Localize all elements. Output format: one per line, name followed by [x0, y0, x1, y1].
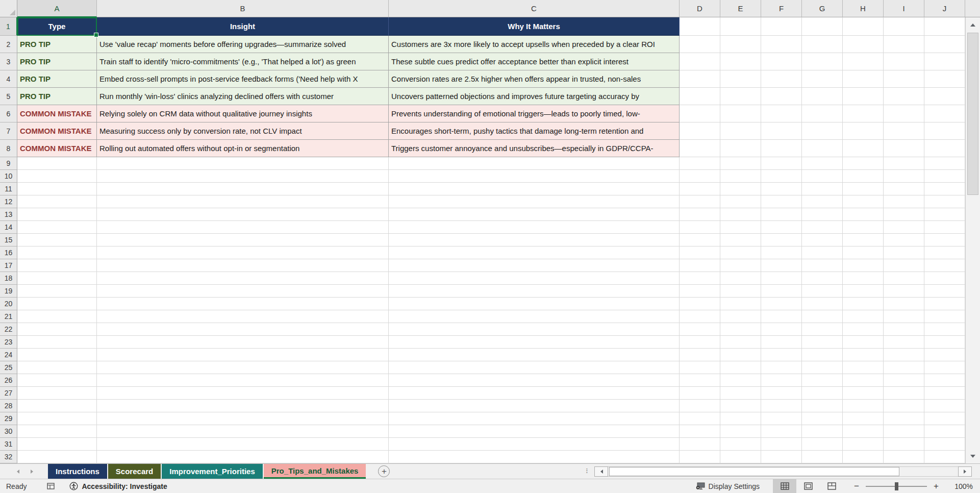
cell-C4[interactable]: Conversion rates are 2.5x higher when of… — [389, 70, 680, 88]
cell-D15[interactable] — [680, 234, 720, 246]
accessibility-status[interactable]: Accessibility: Investigate — [69, 482, 167, 490]
row-header-22[interactable]: 22 — [0, 323, 17, 336]
cell-A19[interactable] — [17, 285, 97, 298]
cell-B19[interactable] — [97, 285, 389, 298]
column-header-e[interactable]: E — [720, 0, 761, 17]
row-header-2[interactable]: 2 — [0, 36, 17, 53]
row-header-5[interactable]: 5 — [0, 88, 17, 105]
cell-H20[interactable] — [843, 298, 884, 310]
cell-H25[interactable] — [843, 361, 884, 374]
cell-F3[interactable] — [761, 53, 802, 70]
cell-C6[interactable]: Prevents understanding of emotional trig… — [389, 105, 680, 122]
cell-A8[interactable]: COMMON MISTAKE — [17, 140, 97, 157]
cell-J12[interactable] — [924, 195, 965, 208]
column-header-d[interactable]: D — [680, 0, 720, 17]
cell-H10[interactable] — [843, 170, 884, 183]
cell-E13[interactable] — [720, 208, 761, 221]
row-header-6[interactable]: 6 — [0, 105, 17, 122]
cell-B15[interactable] — [97, 234, 389, 246]
vertical-scrollbar[interactable] — [965, 17, 980, 463]
cell-E5[interactable] — [720, 88, 761, 105]
cell-I11[interactable] — [884, 183, 924, 195]
cell-F16[interactable] — [761, 246, 802, 259]
cell-C21[interactable] — [389, 310, 680, 323]
cell-I15[interactable] — [884, 234, 924, 246]
row-header-8[interactable]: 8 — [0, 140, 17, 157]
cell-D13[interactable] — [680, 208, 720, 221]
cell-B18[interactable] — [97, 272, 389, 285]
horizontal-scroll-thumb[interactable] — [609, 467, 899, 476]
row-header-19[interactable]: 19 — [0, 285, 17, 298]
cell-D32[interactable] — [680, 451, 720, 463]
row-header-9[interactable]: 9 — [0, 157, 17, 170]
cell-E6[interactable] — [720, 105, 761, 122]
cell-F14[interactable] — [761, 221, 802, 234]
cell-E3[interactable] — [720, 53, 761, 70]
display-settings-button[interactable]: Display Settings — [691, 482, 765, 490]
cell-B29[interactable] — [97, 412, 389, 425]
cell-H11[interactable] — [843, 183, 884, 195]
cell-B30[interactable] — [97, 425, 389, 438]
cell-G31[interactable] — [802, 438, 843, 451]
cell-D16[interactable] — [680, 246, 720, 259]
cell-A1[interactable]: Type — [17, 17, 97, 36]
cell-F31[interactable] — [761, 438, 802, 451]
cell-J15[interactable] — [924, 234, 965, 246]
cell-J31[interactable] — [924, 438, 965, 451]
cell-D14[interactable] — [680, 221, 720, 234]
cell-E21[interactable] — [720, 310, 761, 323]
horizontal-scroll-track[interactable] — [608, 466, 958, 477]
add-sheet-button[interactable]: + — [378, 465, 390, 477]
cell-C16[interactable] — [389, 246, 680, 259]
cell-A24[interactable] — [17, 349, 97, 361]
cell-F9[interactable] — [761, 157, 802, 170]
row-header-12[interactable]: 12 — [0, 195, 17, 208]
cell-J19[interactable] — [924, 285, 965, 298]
cell-A11[interactable] — [17, 183, 97, 195]
cell-A21[interactable] — [17, 310, 97, 323]
cell-G10[interactable] — [802, 170, 843, 183]
cell-H27[interactable] — [843, 387, 884, 400]
cell-B5[interactable]: Run monthly 'win-loss' clinics analyzing… — [97, 88, 389, 105]
cell-F11[interactable] — [761, 183, 802, 195]
cell-E16[interactable] — [720, 246, 761, 259]
cell-G9[interactable] — [802, 157, 843, 170]
cell-H31[interactable] — [843, 438, 884, 451]
cell-C3[interactable]: These subtle cues predict offer acceptan… — [389, 53, 680, 70]
cell-D5[interactable] — [680, 88, 720, 105]
cell-E12[interactable] — [720, 195, 761, 208]
cell-C28[interactable] — [389, 400, 680, 412]
cell-C14[interactable] — [389, 221, 680, 234]
cell-C32[interactable] — [389, 451, 680, 463]
zoom-level[interactable]: 100% — [946, 482, 973, 490]
cell-B21[interactable] — [97, 310, 389, 323]
cell-B3[interactable]: Train staff to identify 'micro-commitmen… — [97, 53, 389, 70]
cell-I28[interactable] — [884, 400, 924, 412]
cell-G2[interactable] — [802, 36, 843, 53]
cell-F12[interactable] — [761, 195, 802, 208]
cell-I7[interactable] — [884, 122, 924, 140]
previous-sheet-icon[interactable] — [15, 470, 19, 474]
cell-J7[interactable] — [924, 122, 965, 140]
cell-J25[interactable] — [924, 361, 965, 374]
cell-J14[interactable] — [924, 221, 965, 234]
row-header-7[interactable]: 7 — [0, 122, 17, 140]
cell-I26[interactable] — [884, 374, 924, 387]
cell-D28[interactable] — [680, 400, 720, 412]
cell-A14[interactable] — [17, 221, 97, 234]
cell-E27[interactable] — [720, 387, 761, 400]
cell-D29[interactable] — [680, 412, 720, 425]
cell-H4[interactable] — [843, 70, 884, 88]
cell-F25[interactable] — [761, 361, 802, 374]
cell-E4[interactable] — [720, 70, 761, 88]
cell-J3[interactable] — [924, 53, 965, 70]
cell-D24[interactable] — [680, 349, 720, 361]
cell-A10[interactable] — [17, 170, 97, 183]
cell-G7[interactable] — [802, 122, 843, 140]
cell-J18[interactable] — [924, 272, 965, 285]
cell-J28[interactable] — [924, 400, 965, 412]
cell-G18[interactable] — [802, 272, 843, 285]
zoom-slider-thumb[interactable] — [895, 482, 898, 490]
cell-H19[interactable] — [843, 285, 884, 298]
cell-E17[interactable] — [720, 259, 761, 272]
